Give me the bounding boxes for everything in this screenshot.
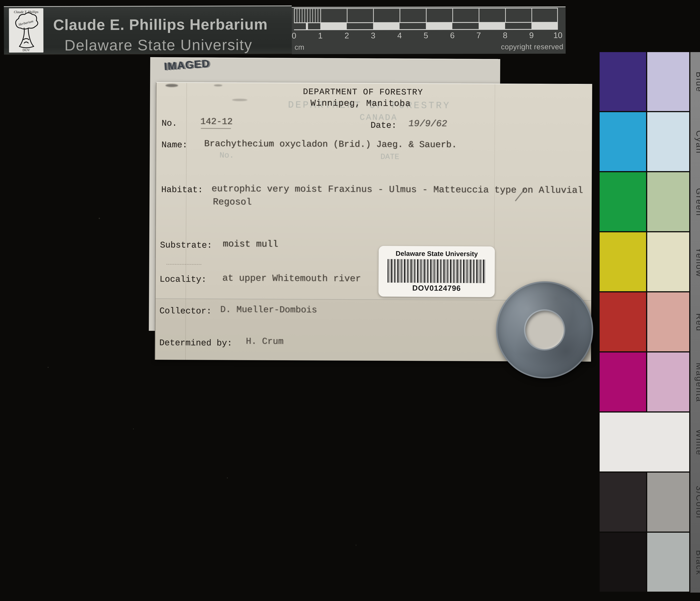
barcode-icon — [388, 259, 486, 283]
swatch-cyan-solid — [600, 112, 646, 171]
tick-label: 10 — [553, 30, 562, 40]
field-substrate-label: Substrate: — [160, 240, 212, 250]
tick-label: 4 — [397, 31, 402, 40]
typed-underline — [201, 128, 231, 129]
lint-speck — [227, 477, 228, 478]
checker-block — [400, 23, 426, 29]
chart-row-red — [600, 292, 700, 351]
field-determined-value: H. Crum — [246, 336, 283, 347]
chart-row-3color — [600, 473, 700, 531]
field-no-label: No. — [161, 118, 177, 128]
swatch-magenta-solid — [600, 352, 646, 411]
field-name-label: Name: — [161, 140, 188, 150]
checker-block — [505, 23, 531, 29]
chart-label-3color: 3/Color — [694, 486, 700, 520]
paper-crease — [494, 84, 495, 248]
ink-smudge — [166, 84, 178, 87]
field-habitat-value-line1: eutrophic very moist Fraxinus - Ulmus - … — [211, 183, 583, 196]
scale-unit-label: cm — [295, 43, 304, 51]
chart-label-cell: Yellow — [690, 232, 700, 292]
herbarium-logo: Claude T. Phillips Herbarium DOV — [9, 8, 44, 53]
scale-bar-checker-band — [294, 22, 558, 30]
chart-row-yellow — [600, 232, 700, 291]
checker-block — [308, 23, 320, 29]
tick-label: 7 — [476, 30, 481, 40]
pencil-dashes — [166, 264, 201, 265]
lint-speck — [356, 545, 356, 546]
washer-hole — [525, 310, 564, 349]
chart-row-white — [600, 412, 700, 472]
chart-label-white: White — [694, 429, 700, 456]
chart-label-cell: White — [690, 412, 700, 473]
scale-bar-numbers: 0 1 2 3 4 5 6 7 8 9 10 — [294, 30, 558, 41]
tick-label: 1 — [318, 31, 323, 40]
tick-label: 5 — [424, 31, 428, 40]
copyright-notice: copyright reserved — [501, 43, 564, 51]
tick-label: 8 — [503, 30, 507, 40]
barcode-institution: Delaware State University — [379, 250, 495, 258]
herbarium-subtitle: Delaware State University — [65, 36, 252, 54]
field-date-label: Date: — [371, 120, 397, 130]
logo-bottom-text: DOV — [23, 48, 30, 52]
label-city-line: Winnipeg, Manitoba — [310, 98, 411, 109]
swatch-yellow-tint — [647, 232, 689, 291]
color-calibration-chart: Blue Cyan Green Yellow Red Magenta White… — [600, 52, 700, 593]
chart-label-cell: 3/Color — [690, 473, 700, 533]
chart-label-cell: Green — [690, 172, 700, 232]
chart-label-magenta: Magenta — [694, 363, 700, 402]
swatch-cyan-tint — [647, 112, 689, 171]
lint-speck — [48, 367, 49, 368]
logo-arc-text: Claude T. Phillips — [14, 10, 39, 14]
field-collector-value: D. Mueller-Dombois — [220, 305, 317, 315]
chart-row-cyan — [600, 112, 700, 171]
chart-label-strip: Blue Cyan Green Yellow Red Magenta White… — [690, 52, 700, 593]
ink-smudge — [214, 84, 222, 86]
swatch-green-solid — [600, 172, 646, 231]
field-locality-label: Locality: — [159, 274, 206, 284]
lint-speck — [99, 218, 100, 219]
field-name-value: Brachythecium oxycladon (Brid.) Jaeg. & … — [204, 139, 457, 150]
chart-label-cell: Black — [690, 533, 700, 593]
swatch-black-solid — [600, 533, 646, 592]
label-department-line: DEPARTMENT OF FORESTRY — [303, 87, 423, 97]
field-no-value: 142-12 — [200, 117, 233, 127]
chart-label-yellow: Yellow — [694, 247, 700, 277]
herbarium-specimen-photo: Claude T. Phillips Herbarium DOV Claude … — [0, 0, 700, 601]
metal-washer — [496, 281, 593, 378]
ghost-text-no: No. — [220, 151, 234, 160]
chart-row-blue — [600, 52, 700, 111]
tick-label: 2 — [345, 31, 349, 40]
swatch-red-solid — [600, 292, 646, 351]
scale-bar-mm-comb — [294, 9, 320, 22]
field-locality-value: at upper Whitemouth river — [222, 273, 361, 284]
chart-label-cell: Blue — [690, 52, 700, 112]
chart-label-black: Black — [694, 550, 700, 576]
swatch-white — [600, 412, 689, 472]
checker-block — [452, 23, 479, 29]
field-substrate-value: moist mull — [223, 239, 278, 250]
herbarium-name-plaque: Claude T. Phillips Herbarium DOV Claude … — [4, 5, 292, 55]
swatch-green-tint — [647, 172, 689, 231]
ink-smudge — [232, 99, 247, 101]
field-habitat-label: Habitat: — [161, 185, 203, 195]
swatch-3color-tint — [647, 473, 689, 531]
chart-label-cyan: Cyan — [694, 130, 700, 154]
chart-label-green: Green — [694, 188, 700, 216]
swatch-red-tint — [647, 292, 689, 351]
logo-mid-text: Herbarium — [18, 19, 33, 27]
tick-label: 9 — [529, 30, 534, 40]
barcode-accession-number: DOV0124796 — [378, 283, 495, 293]
chart-label-blue: Blue — [694, 72, 700, 93]
tick-label: 3 — [371, 31, 375, 40]
field-date-value: 19/9/62 — [407, 118, 448, 129]
chart-label-red: Red — [694, 313, 700, 332]
swatch-3color-solid — [600, 473, 646, 531]
chart-row-magenta — [600, 352, 700, 411]
tick-label: 6 — [450, 31, 455, 40]
scale-bar-cm-cells — [294, 8, 558, 22]
lint-speck — [133, 428, 134, 429]
tree-logo-drawing: Claude T. Phillips Herbarium DOV — [9, 8, 44, 53]
swatch-black-tint — [647, 533, 689, 592]
checker-block — [294, 23, 306, 29]
swatch-yellow-solid — [600, 232, 646, 291]
